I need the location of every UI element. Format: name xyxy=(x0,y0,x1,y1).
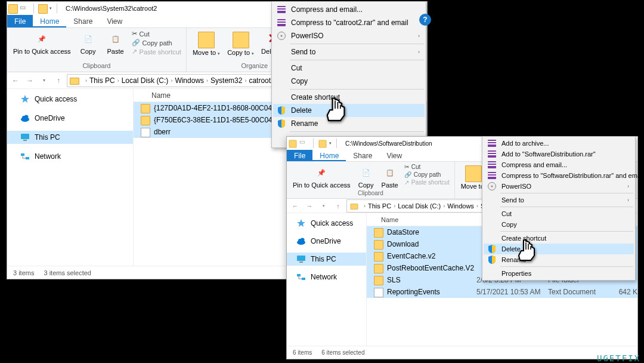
cut-button[interactable]: ✂Cut xyxy=(402,163,452,171)
up-button[interactable]: ↑ xyxy=(332,200,344,212)
bc-local-disk[interactable]: Local Disk (C:) xyxy=(398,202,441,210)
context-menu[interactable]: Compress and email... Compress to "catro… xyxy=(271,1,426,148)
sidebar-quick-access[interactable]: Quick access xyxy=(7,93,133,106)
bc-system32[interactable]: System32 xyxy=(210,76,242,85)
paste-shortcut-button[interactable]: ↗Paste shortcut xyxy=(129,47,184,56)
folder-icon xyxy=(141,116,150,125)
ctx-copy[interactable]: Copy xyxy=(273,75,425,88)
quick-access-toolbar: ▭ ▾ xyxy=(8,3,52,14)
ctx-compress-rar-email[interactable]: Compress to "catroot2.rar" and email xyxy=(273,16,425,29)
folder-icon xyxy=(374,240,383,250)
ctx-send-to[interactable]: Send to› xyxy=(484,195,634,205)
clipboard-group-label: Clipboard xyxy=(289,190,452,197)
ctx-compress-email[interactable]: Compress and email... xyxy=(273,3,425,16)
ctx-rename[interactable]: Rename xyxy=(273,117,425,130)
copy-button[interactable]: 📄 Copy xyxy=(75,29,102,56)
pin-icon: 📌 xyxy=(313,164,330,181)
copy-to-button[interactable]: Copy to ▾ xyxy=(224,29,258,59)
scissors-icon: ✂ xyxy=(132,30,137,38)
ctx-delete[interactable]: Delete xyxy=(484,244,634,254)
ctx-send-to[interactable]: Send to› xyxy=(273,45,425,59)
up-button[interactable]: ↑ xyxy=(52,75,64,87)
dropdown-caret-icon[interactable]: ▾ xyxy=(49,6,52,11)
copy-path-button[interactable]: 🔗Copy path xyxy=(129,38,184,47)
forward-button[interactable]: → xyxy=(24,75,36,87)
folder-icon xyxy=(374,252,383,262)
quick-access-toolbar: ▭ ▾ xyxy=(288,138,332,149)
forward-button[interactable]: → xyxy=(304,200,315,212)
qat-recent-icon[interactable]: ▭ xyxy=(299,139,309,148)
open-folder-icon[interactable] xyxy=(319,140,327,148)
tab-view[interactable]: View xyxy=(100,15,129,27)
open-folder-icon[interactable] xyxy=(38,4,48,14)
ctx-create-shortcut[interactable]: Create shortcut xyxy=(484,233,634,244)
move-to-button[interactable]: Move to ▾ xyxy=(189,29,224,59)
nav-pane: Quick access OneDrive This PC Network xyxy=(287,213,367,346)
cloud-icon xyxy=(296,236,306,246)
ctx-add-rar[interactable]: Add to "SoftwareDistribution.rar" xyxy=(484,149,634,159)
selected-count: 3 items selected xyxy=(44,269,91,276)
help-icon[interactable]: ? xyxy=(419,14,431,26)
history-caret[interactable]: ▾ xyxy=(318,200,330,212)
ctx-add-archive[interactable]: Add to archive... xyxy=(484,138,634,149)
ctx-cut[interactable]: Cut xyxy=(273,61,425,75)
sidebar-this-pc[interactable]: This PC xyxy=(287,253,366,266)
tab-file[interactable]: File xyxy=(7,15,33,27)
bc-windows[interactable]: Windows xyxy=(447,202,474,210)
sidebar-network[interactable]: Network xyxy=(287,270,366,284)
item-count: 3 items xyxy=(13,269,34,276)
dropdown-caret-icon[interactable]: ▾ xyxy=(329,141,332,146)
bc-local-disk[interactable]: Local Disk (C:) xyxy=(122,76,169,85)
bc-this-pc[interactable]: This PC xyxy=(89,76,115,85)
pin-quick-access-button[interactable]: 📌Pin to Quick access xyxy=(289,163,354,190)
folder-icon xyxy=(374,228,383,238)
ctx-delete[interactable]: Delete xyxy=(273,104,425,117)
bc-this-pc[interactable]: This PC xyxy=(368,202,391,210)
bc-windows[interactable]: Windows xyxy=(175,76,204,85)
ctx-copy[interactable]: Copy xyxy=(484,219,634,230)
folder-icon xyxy=(141,104,150,113)
disc-icon xyxy=(487,182,497,191)
tab-view[interactable]: View xyxy=(379,150,409,161)
sidebar-quick-access[interactable]: Quick access xyxy=(287,217,366,230)
paste-button[interactable]: 📋 Paste xyxy=(102,29,129,56)
copy-button[interactable]: 📄Copy xyxy=(354,163,378,190)
file-icon xyxy=(141,128,150,137)
back-button[interactable]: ← xyxy=(10,75,21,87)
copy-path-button[interactable]: 🔗Copy path xyxy=(402,171,452,179)
disc-icon xyxy=(277,31,286,41)
sidebar-network[interactable]: Network xyxy=(7,150,133,163)
ctx-poweriso[interactable]: PowerISO› xyxy=(484,181,634,192)
cut-button[interactable]: ✂Cut xyxy=(129,29,184,38)
ctx-cut[interactable]: Cut xyxy=(484,208,634,219)
file-row[interactable]: ReportingEvents5/17/2021 10:53 AMText Do… xyxy=(367,286,637,298)
tab-home[interactable]: Home xyxy=(312,150,346,161)
ctx-compress-email[interactable]: Compress and email... xyxy=(484,159,634,170)
shield-icon xyxy=(487,244,497,254)
rar-icon xyxy=(277,5,286,14)
ctx-create-shortcut[interactable]: Create shortcut xyxy=(273,91,425,104)
ctx-compress-rar-email[interactable]: Compress to "SoftwareDistribution.rar" a… xyxy=(484,170,634,181)
window-path: C:\Windows\System32\catroot2 xyxy=(66,5,157,12)
rar-icon xyxy=(487,160,497,170)
sidebar-onedrive[interactable]: OneDrive xyxy=(7,112,133,125)
copy-icon: 📄 xyxy=(80,30,97,47)
paste-shortcut-button[interactable]: ↗Paste shortcut xyxy=(402,179,452,186)
tab-home[interactable]: Home xyxy=(33,15,66,27)
paste-button[interactable]: 📋Paste xyxy=(378,163,402,190)
back-button[interactable]: ← xyxy=(289,200,301,212)
tab-share[interactable]: Share xyxy=(346,150,379,161)
sidebar-onedrive[interactable]: OneDrive xyxy=(287,235,366,248)
ctx-rename[interactable]: Rename xyxy=(484,254,634,265)
scissors-icon: ✂ xyxy=(404,164,409,170)
tab-share[interactable]: Share xyxy=(66,15,100,27)
pin-quick-access-button[interactable]: 📌 Pin to Quick access xyxy=(10,29,75,56)
ctx-properties[interactable]: Properties xyxy=(484,268,634,279)
ctx-poweriso[interactable]: PowerISO› xyxy=(273,29,425,42)
qat-recent-icon[interactable]: ▭ xyxy=(20,4,29,13)
history-caret[interactable]: ▾ xyxy=(38,75,50,87)
context-menu[interactable]: Add to archive... Add to "SoftwareDistri… xyxy=(482,136,636,281)
tab-file[interactable]: File xyxy=(287,150,312,161)
sidebar-this-pc[interactable]: This PC xyxy=(7,131,133,144)
rar-icon xyxy=(487,139,497,148)
